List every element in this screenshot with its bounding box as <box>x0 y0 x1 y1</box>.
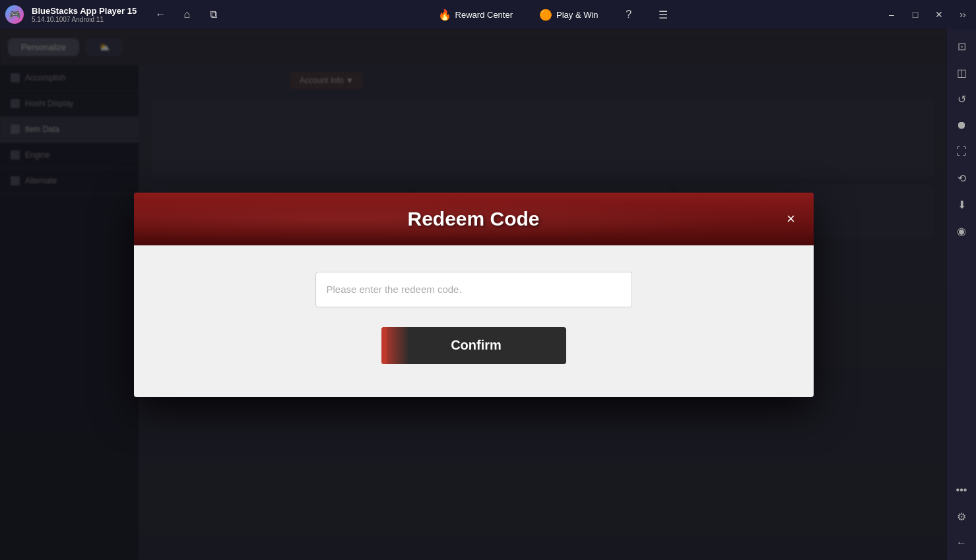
sidebar-more-icon[interactable]: ••• <box>950 478 973 502</box>
sidebar-refresh-icon[interactable]: ↺ <box>950 87 973 111</box>
title-bar: 🎮 BlueStacks App Player 15 5.14.10.1007 … <box>0 0 976 29</box>
app-info: BlueStacks App Player 15 5.14.10.1007 An… <box>32 6 137 23</box>
logo-circle: 🎮 <box>5 5 24 24</box>
sidebar-wifi-icon[interactable]: ◉ <box>950 219 973 243</box>
sidebar-camera-icon[interactable]: ◫ <box>950 61 973 84</box>
play-win-label: Play & Win <box>556 10 599 20</box>
confirm-button[interactable]: Confirm <box>381 327 566 364</box>
sidebar-settings-icon[interactable]: ⚙ <box>950 505 973 528</box>
sidebar-back-icon[interactable]: ← <box>950 531 973 555</box>
redeem-code-input[interactable] <box>315 272 632 307</box>
app-name: BlueStacks App Player 15 <box>32 6 137 16</box>
reward-center-button[interactable]: 🔥 Reward Center <box>432 6 519 24</box>
multi-instance-button[interactable]: ⧉ <box>203 4 224 25</box>
sidebar-screenshot-icon[interactable]: ⊡ <box>950 34 973 58</box>
modal-close-button[interactable]: × <box>779 207 803 231</box>
app-version: 5.14.10.1007 Android 11 <box>32 16 137 23</box>
sidebar-fullscreen-icon[interactable]: ⛶ <box>950 140 973 164</box>
window-controls: – □ ✕ ›› <box>881 4 973 25</box>
title-bar-center: 🔥 Reward Center 🟠 Play & Win ? ☰ <box>224 4 881 25</box>
app-logo: 🎮 <box>0 0 29 29</box>
sidebar-toggle-button[interactable]: ›› <box>952 4 973 25</box>
reward-icon: 🔥 <box>438 9 451 21</box>
sidebar-record-icon[interactable]: ⏺ <box>950 113 973 137</box>
confirm-button-label: Confirm <box>451 338 502 353</box>
modal-overlay: Redeem Code × Confirm <box>0 29 947 560</box>
play-win-button[interactable]: 🟠 Play & Win <box>533 6 605 24</box>
minimize-button[interactable]: – <box>881 4 902 25</box>
redeem-code-modal: Redeem Code × Confirm <box>134 193 814 397</box>
sidebar-download-icon[interactable]: ⬇ <box>950 193 973 216</box>
nav-buttons: ← ⌂ ⧉ <box>150 4 224 25</box>
right-sidebar: ⊡ ◫ ↺ ⏺ ⛶ ⟲ ⬇ ◉ ••• ⚙ ← <box>947 29 976 560</box>
maximize-button[interactable]: □ <box>905 4 926 25</box>
play-win-icon: 🟠 <box>539 9 552 21</box>
help-button[interactable]: ? <box>618 4 639 25</box>
modal-body: Confirm <box>134 245 814 397</box>
back-nav-button[interactable]: ← <box>150 4 171 25</box>
home-nav-button[interactable]: ⌂ <box>176 4 197 25</box>
menu-button[interactable]: ☰ <box>653 4 674 25</box>
reward-center-label: Reward Center <box>455 10 513 20</box>
modal-header: Redeem Code × <box>134 193 814 245</box>
modal-title: Redeem Code <box>407 208 539 230</box>
close-button[interactable]: ✕ <box>928 4 950 25</box>
sidebar-rotate-left-icon[interactable]: ⟲ <box>950 166 973 190</box>
